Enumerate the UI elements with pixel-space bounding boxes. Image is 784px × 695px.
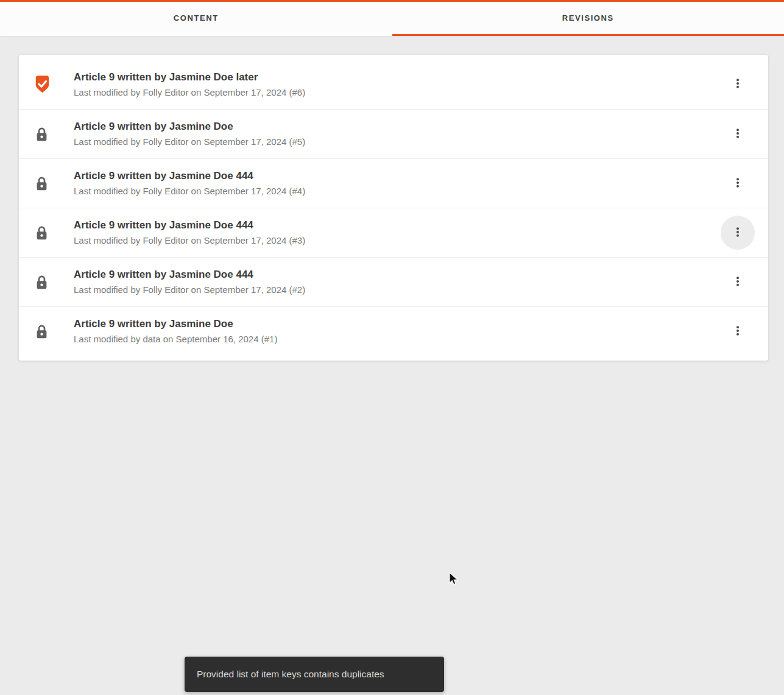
kebab-menu-icon — [732, 227, 743, 239]
revision-text: Article 9 written by Jasmine Doe later L… — [74, 70, 721, 99]
toast-snackbar: Provided list of item keys contains dupl… — [185, 657, 444, 692]
tab-content[interactable]: CONTENT — [0, 2, 392, 36]
top-accent-bar — [0, 0, 784, 2]
revision-menu-button[interactable] — [721, 68, 755, 102]
revision-subtitle: Last modified by data on September 16, 2… — [74, 333, 721, 346]
revision-row[interactable]: Article 9 written by Jasmine Doe 444 Las… — [19, 208, 768, 257]
lock-icon — [34, 126, 50, 143]
lock-icon — [34, 225, 50, 241]
revision-subtitle: Last modified by Folly Editor on Septemb… — [74, 234, 721, 247]
revision-text: Article 9 written by Jasmine Doe 444 Las… — [74, 169, 721, 198]
revision-icon-cell — [19, 323, 74, 340]
kebab-menu-icon — [732, 78, 743, 91]
lock-icon — [34, 274, 50, 291]
revision-text: Article 9 written by Jasmine Doe 444 Las… — [74, 267, 721, 297]
kebab-menu-icon — [732, 128, 743, 141]
verified-shield-check-icon — [34, 75, 51, 94]
revision-menu-button[interactable] — [721, 314, 755, 348]
revision-menu-button[interactable] — [721, 265, 755, 299]
revision-subtitle: Last modified by Folly Editor on Septemb… — [74, 135, 721, 149]
revision-title: Article 9 written by Jasmine Doe — [74, 119, 721, 134]
revision-title: Article 9 written by Jasmine Doe later — [74, 70, 721, 85]
revision-title: Article 9 written by Jasmine Doe 444 — [74, 218, 721, 233]
screen: CONTENT REVISIONS Article 9 written by J… — [0, 0, 784, 695]
revision-subtitle: Last modified by Folly Editor on Septemb… — [74, 185, 721, 198]
revision-menu-button[interactable] — [721, 117, 755, 151]
revision-row[interactable]: Article 9 written by Jasmine Doe 444 Las… — [19, 257, 768, 306]
mouse-cursor — [448, 572, 462, 587]
revision-title: Article 9 written by Jasmine Doe 444 — [74, 169, 721, 183]
kebab-menu-icon — [732, 325, 743, 338]
revision-icon-cell — [19, 75, 74, 94]
revision-subtitle: Last modified by Folly Editor on Septemb… — [74, 283, 721, 297]
revision-row[interactable]: Article 9 written by Jasmine Doe Last mo… — [19, 306, 768, 356]
revision-title: Article 9 written by Jasmine Doe — [74, 317, 721, 331]
revision-subtitle: Last modified by Folly Editor on Septemb… — [74, 86, 721, 99]
tab-bar: CONTENT REVISIONS — [0, 2, 784, 36]
revision-list: Article 9 written by Jasmine Doe later L… — [19, 55, 768, 361]
lock-icon — [34, 323, 50, 340]
revision-row[interactable]: Article 9 written by Jasmine Doe 444 Las… — [19, 158, 768, 208]
revision-icon-cell — [19, 225, 74, 241]
tab-revisions[interactable]: REVISIONS — [392, 2, 784, 36]
kebab-menu-icon — [732, 177, 743, 190]
revision-row[interactable]: Article 9 written by Jasmine Doe later L… — [19, 60, 768, 109]
revision-text: Article 9 written by Jasmine Doe Last mo… — [74, 317, 721, 346]
revision-title: Article 9 written by Jasmine Doe 444 — [74, 267, 721, 282]
revision-icon-cell — [19, 274, 74, 291]
toast-message: Provided list of item keys contains dupl… — [197, 669, 384, 680]
revision-icon-cell — [19, 175, 74, 192]
kebab-menu-icon — [732, 276, 743, 289]
lock-icon — [34, 175, 50, 192]
revision-menu-button[interactable] — [721, 216, 755, 250]
revision-text: Article 9 written by Jasmine Doe 444 Las… — [74, 218, 721, 247]
revision-row[interactable]: Article 9 written by Jasmine Doe Last mo… — [19, 109, 768, 158]
revision-menu-button[interactable] — [721, 166, 755, 200]
revision-text: Article 9 written by Jasmine Doe Last mo… — [74, 119, 721, 149]
revision-icon-cell — [19, 126, 74, 143]
